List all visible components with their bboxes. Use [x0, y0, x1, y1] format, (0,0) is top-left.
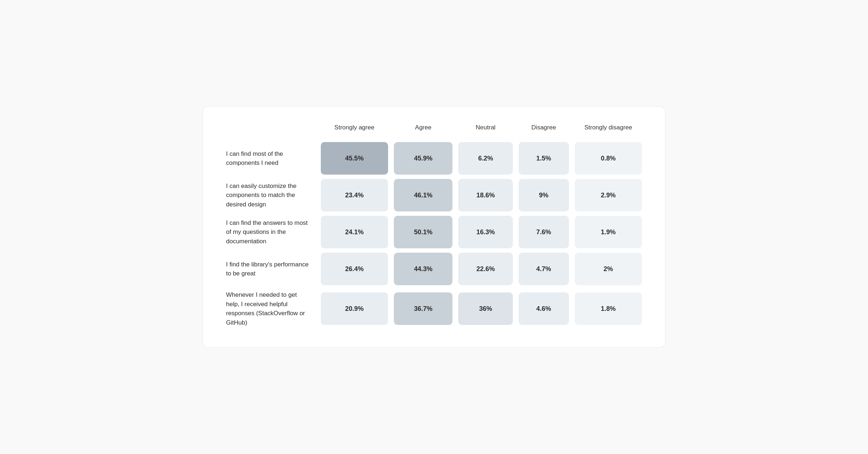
survey-table: Strongly agree Agree Neutral Disagree St… — [223, 124, 645, 330]
cell-disagree-3: 4.7% — [516, 250, 572, 287]
cell-value: 45.5% — [321, 142, 388, 175]
row-label-2: I can find the answers to most of my que… — [223, 214, 318, 250]
col-header-label — [223, 124, 318, 140]
cell-value: 22.6% — [458, 253, 513, 285]
cell-strongly-agree-3: 26.4% — [318, 250, 391, 287]
cell-value: 6.2% — [458, 142, 513, 175]
cell-strongly-agree-1: 23.4% — [318, 177, 391, 214]
cell-value: 45.9% — [394, 142, 452, 175]
cell-agree-2: 50.1% — [391, 214, 455, 250]
cell-value: 36.7% — [394, 292, 452, 325]
cell-value: 24.1% — [321, 216, 388, 248]
cell-value: 7.6% — [519, 216, 569, 248]
cell-agree-0: 45.9% — [391, 140, 455, 177]
cell-strongly-disagree-1: 2.9% — [572, 177, 645, 214]
cell-neutral-4: 36% — [455, 287, 516, 330]
cell-strongly-agree-4: 20.9% — [318, 287, 391, 330]
cell-value: 2% — [575, 253, 642, 285]
cell-strongly-agree-2: 24.1% — [318, 214, 391, 250]
cell-value: 36% — [458, 292, 513, 325]
cell-value: 46.1% — [394, 179, 452, 211]
cell-value: 1.5% — [519, 142, 569, 175]
cell-strongly-disagree-3: 2% — [572, 250, 645, 287]
cell-value: 0.8% — [575, 142, 642, 175]
cell-strongly-disagree-4: 1.8% — [572, 287, 645, 330]
cell-agree-1: 46.1% — [391, 177, 455, 214]
cell-value: 9% — [519, 179, 569, 211]
cell-value: 1.8% — [575, 292, 642, 325]
col-header-disagree: Disagree — [516, 124, 572, 140]
survey-card: Strongly agree Agree Neutral Disagree St… — [203, 106, 665, 348]
table-row: I can find most of the components I need… — [223, 140, 645, 177]
cell-value: 26.4% — [321, 253, 388, 285]
row-label-4: Whenever I needed to get help, I receive… — [223, 287, 318, 330]
table-row: I can find the answers to most of my que… — [223, 214, 645, 250]
cell-disagree-4: 4.6% — [516, 287, 572, 330]
cell-neutral-1: 18.6% — [455, 177, 516, 214]
cell-strongly-disagree-2: 1.9% — [572, 214, 645, 250]
cell-value: 4.6% — [519, 292, 569, 325]
cell-neutral-0: 6.2% — [455, 140, 516, 177]
cell-disagree-1: 9% — [516, 177, 572, 214]
cell-value: 50.1% — [394, 216, 452, 248]
cell-strongly-disagree-0: 0.8% — [572, 140, 645, 177]
col-header-agree: Agree — [391, 124, 455, 140]
cell-strongly-agree-0: 45.5% — [318, 140, 391, 177]
col-header-neutral: Neutral — [455, 124, 516, 140]
cell-value: 2.9% — [575, 179, 642, 211]
cell-agree-3: 44.3% — [391, 250, 455, 287]
table-row: I can easily customize the components to… — [223, 177, 645, 214]
row-label-3: I find the library's performance to be g… — [223, 250, 318, 287]
cell-value: 16.3% — [458, 216, 513, 248]
row-label-0: I can find most of the components I need — [223, 140, 318, 177]
cell-disagree-0: 1.5% — [516, 140, 572, 177]
cell-agree-4: 36.7% — [391, 287, 455, 330]
cell-value: 44.3% — [394, 253, 452, 285]
row-label-1: I can easily customize the components to… — [223, 177, 318, 214]
table-row: Whenever I needed to get help, I receive… — [223, 287, 645, 330]
cell-neutral-3: 22.6% — [455, 250, 516, 287]
cell-value: 4.7% — [519, 253, 569, 285]
cell-value: 20.9% — [321, 292, 388, 325]
cell-value: 1.9% — [575, 216, 642, 248]
cell-disagree-2: 7.6% — [516, 214, 572, 250]
cell-value: 23.4% — [321, 179, 388, 211]
col-header-strongly-agree: Strongly agree — [318, 124, 391, 140]
cell-neutral-2: 16.3% — [455, 214, 516, 250]
table-row: I find the library's performance to be g… — [223, 250, 645, 287]
col-header-strongly-disagree: Strongly disagree — [572, 124, 645, 140]
cell-value: 18.6% — [458, 179, 513, 211]
